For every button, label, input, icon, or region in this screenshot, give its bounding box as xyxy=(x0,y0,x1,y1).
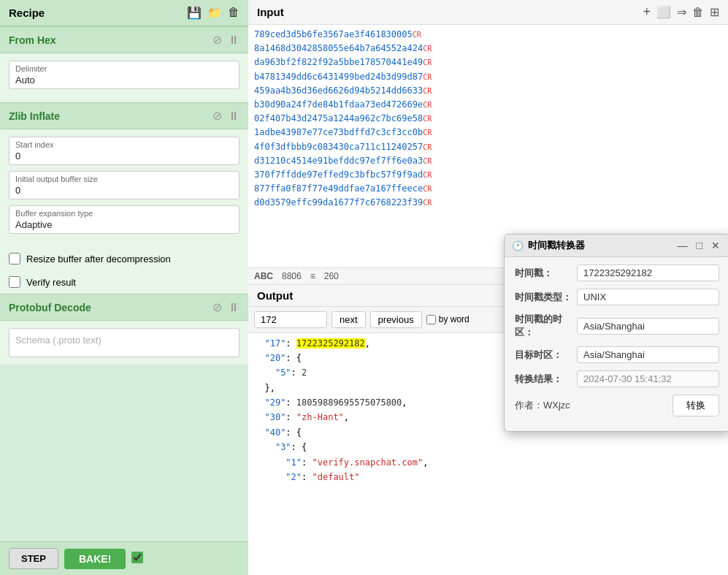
zlib-section: Zlib Inflate ⊘ ⏸ Start index 0 Initial o… xyxy=(0,102,248,294)
expansion-type-field[interactable]: Buffer expansion type Adaptive xyxy=(9,205,240,234)
hex-line: 4f0f3dfbbb9c083430ca711c11240257CR xyxy=(254,140,722,154)
grid-icon[interactable]: ⊞ xyxy=(710,5,719,19)
zlib-controls: ⊘ ⏸ xyxy=(212,109,240,123)
start-index-field[interactable]: Start index 0 xyxy=(9,137,240,165)
add-input-icon[interactable]: + xyxy=(643,4,651,20)
buffer-size-field[interactable]: Initial output buffer size 0 xyxy=(9,171,240,199)
from-hex-body: Delimiter Auto xyxy=(0,53,248,102)
open-icon[interactable]: 📁 xyxy=(207,6,222,20)
step-button[interactable]: STEP xyxy=(9,548,58,569)
search-input[interactable] xyxy=(254,311,327,328)
time-popup-body: 时间戳： 时间戳类型： 时间戳的时区： 目标时区： 转换结果： 作者：WXjzc… xyxy=(505,257,728,431)
delete-icon[interactable]: 🗑 xyxy=(228,6,240,20)
time-popup-controls: — □ ✕ xyxy=(675,240,722,251)
schema-placeholder: Schema (.proto text) xyxy=(15,335,101,346)
protobuf-pause-icon[interactable]: ⏸ xyxy=(228,301,240,314)
hex-line: 1adbe43987e77ce73bdffd7c3cf3cc0bCR xyxy=(254,126,722,140)
target-tz-row: 目标时区： xyxy=(515,346,719,363)
protobuf-controls: ⊘ ⏸ xyxy=(212,300,240,314)
stats-count: 8806 xyxy=(282,271,302,281)
expansion-type-label: Buffer expansion type xyxy=(15,209,233,218)
result-row: 转换结果： xyxy=(515,370,719,387)
hex-line: 877ffa0f87f77e49ddfae7a167ffeeceCR xyxy=(254,182,722,196)
type-input[interactable] xyxy=(577,289,719,305)
by-word-item: by word xyxy=(426,314,470,324)
new-tab-icon[interactable]: ⬜ xyxy=(656,5,671,19)
timestamp-input[interactable] xyxy=(577,264,719,281)
bottom-bar: STEP BAKE! xyxy=(0,541,248,575)
result-label: 转换结果： xyxy=(515,373,577,386)
from-hex-controls: ⊘ ⏸ xyxy=(212,33,240,47)
zlib-disable-icon[interactable]: ⊘ xyxy=(212,109,222,123)
resize-buffer-label: Resize buffer after decompression xyxy=(26,254,171,264)
source-tz-label: 时间戳的时区： xyxy=(515,313,577,339)
hex-line: b30d90a24f7de84b1fdaa73ed472669eCR xyxy=(254,98,722,112)
hex-line: b4781349dd6c6431499bed24b3d99d87CR xyxy=(254,70,722,84)
protobuf-body: Schema (.proto text) xyxy=(0,321,248,365)
protobuf-header: Protobuf Decode ⊘ ⏸ xyxy=(0,294,248,321)
zlib-pause-icon[interactable]: ⏸ xyxy=(228,110,240,123)
source-tz-input[interactable] xyxy=(577,318,719,335)
zlib-body: Start index 0 Initial output buffer size… xyxy=(0,129,248,247)
from-hex-pause-icon[interactable]: ⏸ xyxy=(228,34,240,47)
type-label: 时间戳类型： xyxy=(515,291,577,304)
recipe-header-icons: 💾 📁 🗑 xyxy=(187,6,240,20)
schema-input[interactable]: Schema (.proto text) xyxy=(9,328,240,357)
by-word-checkbox[interactable] xyxy=(426,315,436,324)
previous-button[interactable]: previous xyxy=(370,311,422,328)
timestamp-row: 时间戳： xyxy=(515,264,719,281)
protobuf-title: Protobuf Decode xyxy=(9,302,91,313)
time-popup-title-area: 🕐 时间戳转换器 xyxy=(512,239,585,252)
buffer-size-value: 0 xyxy=(15,185,233,196)
zlib-header: Zlib Inflate ⊘ ⏸ xyxy=(0,102,248,129)
convert-button[interactable]: 转换 xyxy=(673,395,719,416)
from-hex-header: From Hex ⊘ ⏸ xyxy=(0,26,248,53)
output-line: "3": { xyxy=(254,440,722,454)
protobuf-disable-icon[interactable]: ⊘ xyxy=(212,300,222,314)
resize-buffer-item: Resize buffer after decompression xyxy=(0,247,248,270)
from-hex-title: From Hex xyxy=(9,34,56,46)
from-hex-disable-icon[interactable]: ⊘ xyxy=(212,33,222,47)
input-title: Input xyxy=(257,6,284,18)
bottom-checkbox[interactable] xyxy=(131,552,143,563)
input-header-icons: + ⬜ ⇒ 🗑 ⊞ xyxy=(643,4,719,20)
bake-button[interactable]: BAKE! xyxy=(64,549,126,569)
protobuf-section: Protobuf Decode ⊘ ⏸ Schema (.proto text) xyxy=(0,294,248,365)
time-popup-title-text: 时间戳转换器 xyxy=(528,239,585,252)
input-header: Input + ⬜ ⇒ 🗑 ⊞ xyxy=(248,0,728,25)
recipe-header: Recipe 💾 📁 🗑 xyxy=(0,0,248,26)
target-tz-input[interactable] xyxy=(577,346,719,363)
zlib-title: Zlib Inflate xyxy=(9,110,60,122)
next-button[interactable]: next xyxy=(332,311,366,328)
hex-line: d0d3579effc99da1677f7c6768223f39CR xyxy=(254,196,722,210)
hex-line: da963bf2f822f92a5bbe178570441e49CR xyxy=(254,56,722,69)
delimiter-label: Delimiter xyxy=(15,64,233,73)
output-line: "2": "default" xyxy=(254,470,722,484)
start-index-value: 0 xyxy=(15,151,233,161)
bottom-checkbox-item xyxy=(131,552,143,566)
clear-input-icon[interactable]: 🗑 xyxy=(692,6,704,19)
delimiter-field[interactable]: Delimiter Auto xyxy=(9,61,240,89)
by-word-label: by word xyxy=(439,314,470,324)
verify-result-label: Verify result xyxy=(26,277,76,288)
hex-line: 370f7ffdde97effed9c3bfbc57f9f9adCR xyxy=(254,168,722,182)
stats-lines: 260 xyxy=(324,271,339,281)
hex-line: 459aa4b36d36ed6626d94b5214dd6633CR xyxy=(254,84,722,98)
send-icon[interactable]: ⇒ xyxy=(677,5,686,19)
hex-line: 02f407b43d2475a1244a962c7bc69e58CR xyxy=(254,112,722,126)
timestamp-label: 时间戳： xyxy=(515,267,577,280)
close-icon[interactable]: ✕ xyxy=(709,240,722,251)
stats-abc-icon: ABC xyxy=(254,271,273,281)
input-content: 789ced3d5b6fe3567ae3f461830005CR8a1468d3… xyxy=(248,25,728,267)
save-icon[interactable]: 💾 xyxy=(187,6,202,20)
clock-icon: 🕐 xyxy=(512,240,524,251)
maximize-icon[interactable]: □ xyxy=(694,240,705,251)
target-tz-label: 目标时区： xyxy=(515,349,577,362)
author-label: 作者：WXjzc xyxy=(515,399,577,412)
resize-buffer-checkbox[interactable] xyxy=(9,253,20,264)
output-line: "1": "verify.snapchat.com", xyxy=(254,455,722,470)
verify-result-checkbox[interactable] xyxy=(9,276,20,288)
minimize-icon[interactable]: — xyxy=(675,240,690,251)
type-row: 时间戳类型： xyxy=(515,289,719,305)
time-converter-popup: 🕐 时间戳转换器 — □ ✕ 时间戳： 时间戳类型： 时间戳的时区： 目标时区：… xyxy=(504,234,728,432)
